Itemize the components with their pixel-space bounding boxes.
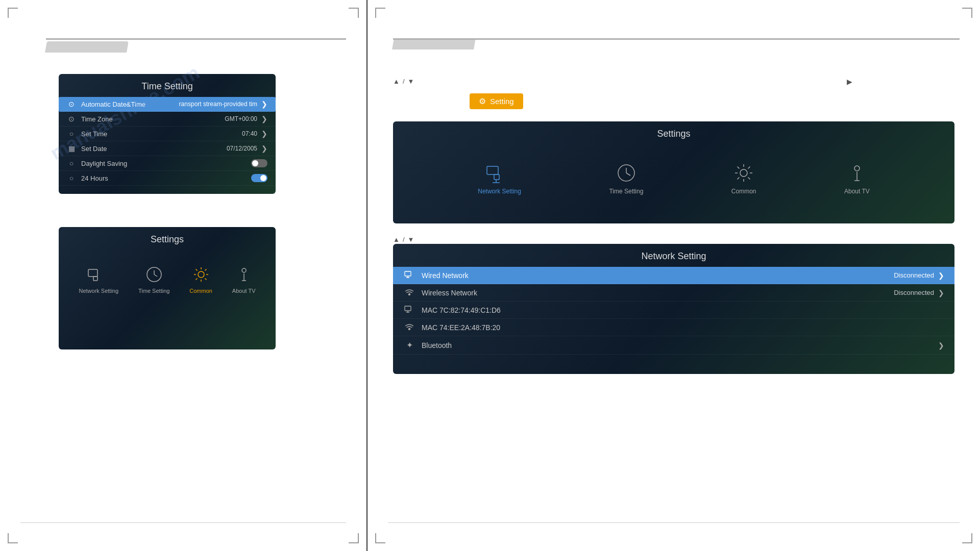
- settings-item-about[interactable]: About TV: [232, 265, 256, 294]
- wired-network-icon: [403, 271, 415, 280]
- nav2-slash: /: [403, 236, 405, 243]
- right-corner-tr: [962, 8, 972, 18]
- left-tab-bar-line: [46, 38, 346, 40]
- right-panel: ▲ / ▼ ▶ ⚙ Setting Settings Network Setti…: [368, 0, 980, 551]
- settings-card-left: Settings Network Setting Time Setting: [59, 227, 276, 349]
- svg-line-4: [154, 274, 157, 277]
- right-corner-br: [962, 533, 972, 543]
- 24hours-label: 24 Hours: [81, 174, 251, 182]
- svg-rect-1: [93, 277, 97, 281]
- wireless-network-icon: [403, 288, 415, 297]
- setdate-icon: ▦: [67, 144, 76, 153]
- nav-arrows-up-down: ▲ / ▼: [393, 78, 414, 85]
- right-about-icon: [846, 162, 868, 184]
- network-item-mac-wired: MAC 7C:82:74:49:C1:D6: [393, 302, 954, 319]
- corner-tr: [349, 8, 359, 18]
- 24hours-toggle[interactable]: [251, 174, 267, 182]
- time-setting-title: Time Setting: [59, 74, 276, 97]
- right-network-icon: [485, 162, 514, 184]
- time-setting-card: Time Setting ⊙ Automatic Date&Time ransp…: [59, 74, 276, 194]
- setting-button[interactable]: ⚙ Setting: [470, 93, 523, 109]
- nav-down-icon: ▼: [408, 78, 414, 85]
- wireless-network-label: Wireless Network: [422, 289, 894, 297]
- right-common-icon: [733, 162, 754, 184]
- wired-network-chevron: ❯: [938, 271, 944, 280]
- 24hours-icon: ○: [67, 174, 76, 182]
- right-settings-item-network[interactable]: Network Setting: [478, 162, 521, 195]
- right-time-icon: [616, 162, 637, 184]
- left-tab-active[interactable]: [45, 41, 129, 53]
- network-item-bluetooth[interactable]: ✦ Bluetooth ❯: [393, 336, 954, 355]
- menu-item-daylight[interactable]: ○ Daylight Saving: [59, 156, 276, 171]
- mac-wireless-label: MAC 74:EE:2A:48:7B:20: [422, 323, 944, 332]
- timezone-value: GMT+00:00: [225, 115, 257, 122]
- right-common-label: Common: [731, 188, 756, 195]
- about-icon: [235, 265, 253, 284]
- common-icon: [192, 265, 210, 284]
- right-network-label: Network Setting: [478, 188, 521, 195]
- menu-item-settime[interactable]: ○ Set Time 07:40 ❯: [59, 127, 276, 141]
- right-settings-item-common[interactable]: Common: [731, 162, 756, 195]
- svg-rect-24: [405, 306, 411, 311]
- network-item-mac-wireless: MAC 74:EE:2A:48:7B:20: [393, 319, 954, 336]
- bluetooth-icon: ✦: [403, 340, 415, 350]
- settime-value: 07:40: [242, 130, 257, 137]
- right-tab-active[interactable]: [392, 38, 476, 49]
- bluetooth-chevron: ❯: [938, 341, 944, 349]
- wireless-network-chevron: ❯: [938, 289, 944, 297]
- svg-point-16: [740, 169, 747, 177]
- time-setting-icon: [145, 265, 163, 284]
- corner-br: [349, 533, 359, 543]
- right-tab-bar-line: [393, 38, 960, 40]
- menu-item-setdate[interactable]: ▦ Set Date 07/12/2005 ❯: [59, 141, 276, 156]
- svg-line-15: [626, 173, 630, 176]
- right-settings-icons: Network Setting Time Setting Common: [393, 144, 954, 200]
- left-panel: Time Setting ⊙ Automatic Date&Time ransp…: [0, 0, 368, 551]
- mac-wired-label: MAC 7C:82:74:49:C1:D6: [422, 306, 944, 314]
- right-corner-bl: [375, 533, 385, 543]
- corner-tl: [8, 8, 18, 18]
- right-settings-item-time[interactable]: Time Setting: [609, 162, 643, 195]
- settings-item-time[interactable]: Time Setting: [138, 265, 169, 294]
- menu-item-auto-datetime[interactable]: ⊙ Automatic Date&Time ransport stream-pr…: [59, 97, 276, 112]
- wired-network-value: Disconnected: [894, 271, 934, 279]
- left-tab-bar: [46, 38, 346, 53]
- settings-title-left: Settings: [59, 227, 276, 250]
- nav2-up-icon: ▲: [393, 236, 400, 243]
- settime-icon: ○: [67, 130, 76, 138]
- mac-wired-icon: [403, 306, 415, 314]
- menu-item-timezone[interactable]: ⊙ Time Zone GMT+00:00 ❯: [59, 112, 276, 127]
- svg-point-17: [854, 166, 860, 171]
- auto-datetime-label: Automatic Date&Time: [81, 101, 179, 108]
- right-tab-bar: [393, 38, 960, 53]
- daylight-toggle[interactable]: [251, 159, 267, 167]
- network-item-wireless[interactable]: Wireless Network Disconnected ❯: [393, 284, 954, 302]
- right-corner-tl: [375, 8, 385, 18]
- svg-rect-9: [487, 166, 498, 174]
- settings-item-network[interactable]: Network Setting: [79, 265, 118, 294]
- svg-rect-10: [494, 174, 499, 180]
- setting-button-label: Setting: [490, 97, 514, 106]
- daylight-label: Daylight Saving: [81, 160, 251, 167]
- time-setting-label: Time Setting: [138, 288, 169, 294]
- network-item-wired[interactable]: Wired Network Disconnected ❯: [393, 267, 954, 284]
- auto-datetime-chevron: ❯: [261, 100, 267, 108]
- network-icon: [86, 265, 111, 284]
- right-settings-item-about[interactable]: About TV: [844, 162, 870, 195]
- nav-right-arrow: ▶: [847, 78, 852, 86]
- settime-chevron: ❯: [261, 130, 267, 138]
- bluetooth-label: Bluetooth: [422, 341, 938, 349]
- about-label: About TV: [232, 288, 256, 294]
- nav-slash: /: [403, 78, 405, 85]
- svg-rect-20: [405, 271, 411, 276]
- timezone-icon: ⊙: [67, 115, 76, 123]
- right-about-label: About TV: [844, 188, 870, 195]
- setdate-chevron: ❯: [261, 144, 267, 153]
- settings-item-common[interactable]: Common: [189, 265, 212, 294]
- network-label: Network Setting: [79, 288, 118, 294]
- nav-arrows2: ▲ / ▼: [393, 236, 414, 243]
- menu-item-24hours[interactable]: ○ 24 Hours: [59, 171, 276, 186]
- auto-datetime-value: ransport stream-provided tim: [179, 101, 257, 108]
- network-setting-card: Network Setting Wired Network Disconnect…: [393, 244, 954, 374]
- corner-bl: [8, 533, 18, 543]
